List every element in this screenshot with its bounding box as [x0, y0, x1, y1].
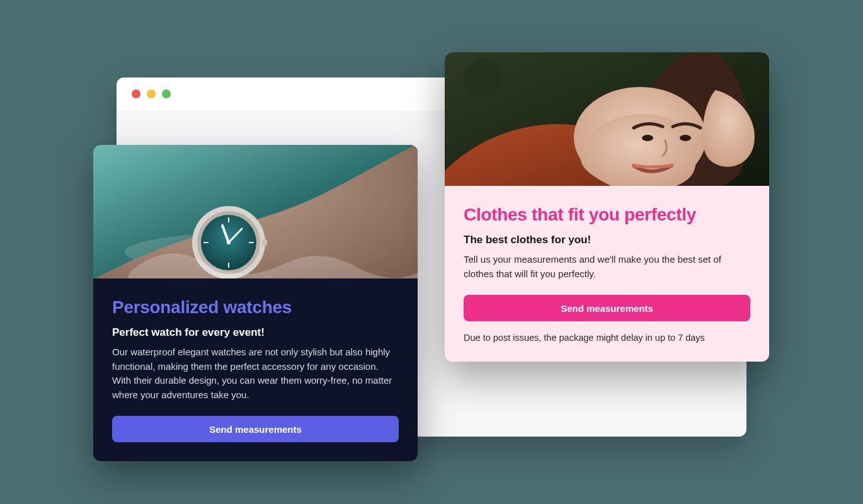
card-clothes-body: Clothes that fit you perfectly The best …: [445, 186, 769, 362]
send-measurements-button[interactable]: Send measurements: [464, 295, 750, 321]
card-watches-body: Personalized watches Perfect watch for e…: [93, 278, 418, 461]
svg-point-20: [680, 135, 691, 141]
svg-point-13: [227, 241, 231, 244]
card-clothes-image: [445, 52, 769, 186]
person-image-icon: [445, 52, 769, 186]
svg-point-19: [642, 135, 653, 141]
card-watches-subtitle: Perfect watch for every event!: [112, 326, 399, 339]
send-measurements-button[interactable]: Send measurements: [112, 416, 399, 442]
window-maximize-icon[interactable]: [162, 89, 171, 98]
watch-image-icon: [93, 145, 418, 278]
card-watches-image: [93, 145, 418, 278]
card-clothes: Clothes that fit you perfectly The best …: [445, 52, 769, 362]
window-close-icon[interactable]: [132, 89, 140, 98]
card-watches-description: Our waterproof elegant watches are not o…: [112, 345, 399, 402]
svg-point-16: [464, 59, 501, 96]
card-clothes-subtitle: The best clothes for you!: [464, 234, 750, 246]
card-watches: Personalized watches Perfect watch for e…: [93, 145, 418, 461]
svg-rect-14: [262, 239, 267, 246]
card-clothes-title: Clothes that fit you perfectly: [464, 205, 750, 225]
window-minimize-icon[interactable]: [147, 89, 156, 98]
card-clothes-description: Tell us your measurements and we'll make…: [464, 253, 750, 281]
card-watches-title: Personalized watches: [112, 297, 399, 318]
card-clothes-note: Due to post issues, the package might de…: [464, 333, 750, 343]
